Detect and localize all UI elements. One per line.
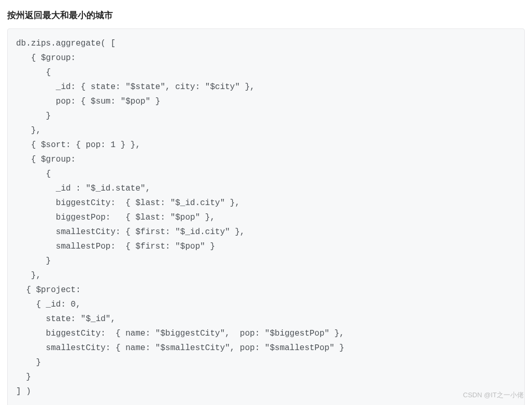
code-block: db.zips.aggregate( [ { $group: { _id: { … <box>7 28 525 405</box>
section-heading: 按州返回最大和最小的城市 <box>7 9 525 21</box>
